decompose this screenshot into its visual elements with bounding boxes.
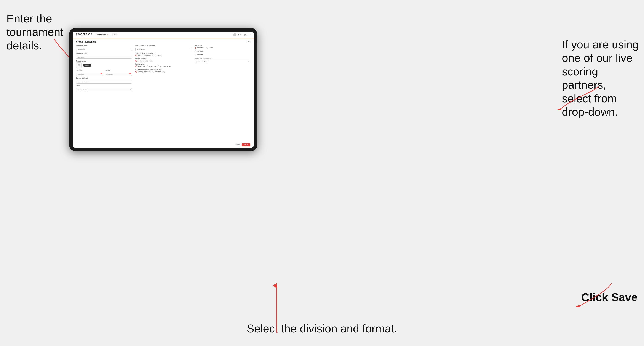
dropdown-arrow: ▾ [248,61,249,63]
tournament-host-row: Tournament Host ▾ [76,45,132,51]
division-input[interactable] [135,48,191,51]
rounds-radio-group: 1 2 3 4 [135,60,191,62]
rounds-2[interactable]: 2 [140,60,144,62]
third-party-tag: Leaderboard King × [196,61,209,63]
image-icon [78,64,80,66]
division-dropdown-icon: ▾ [189,48,190,50]
gender-womens[interactable]: Womens [143,55,151,56]
gender-mens-radio[interactable] [135,55,137,56]
tablet-screen: SCOREBOARD Powered by clippit TOURNAMENT… [73,31,254,148]
back-link[interactable]: Back [246,41,250,42]
scoring-medal-match-radio[interactable] [158,65,159,67]
gender-mens[interactable]: Mens [135,55,141,56]
nav-link-teams[interactable]: TEAMS [112,34,117,36]
scoring-radio-group: Stroke Play Match Play Medal Match Play [135,65,191,67]
start-date-label: Start date [76,69,103,71]
gender-label: Which gender is the event for? [135,52,191,54]
logo-title: SCOREBOARD [76,33,92,35]
calendar-icon: 📅 [100,73,102,75]
start-date-input[interactable] [76,73,103,76]
page-title: Create Tournament [76,41,96,43]
start-date-group: Start date 📅 [76,69,103,76]
tournament-name-row: Tournament name [76,52,132,59]
rounds-2-radio[interactable] [140,60,142,62]
third-party-value: Leaderboard King [197,61,207,62]
annotation-enter-details: Enter the tournament details. [6,12,63,52]
scoring-stroke[interactable]: Stroke Play [135,65,145,67]
format-5count4[interactable]: 5 count 4 [194,47,203,49]
scoring-match-radio[interactable] [146,65,148,67]
nav-links: TOURNAMENTS TEAMS [97,34,117,36]
rounds-1-radio[interactable] [135,60,137,62]
gender-combined-radio[interactable] [152,55,154,56]
gender-combined[interactable]: Combined [152,55,161,56]
form-right-column: Format type 5 count 4 6 count 4 [194,45,250,93]
event-for-row: Is this event for Teams and/or Individua… [135,69,191,73]
end-date-label: End date [105,69,132,71]
nav-bar: SCOREBOARD Powered by clippit TOURNAMENT… [73,31,254,38]
event-individuals[interactable]: Individuals Only [152,71,165,73]
third-party-remove[interactable]: × [207,61,208,63]
format-5count4-radio[interactable] [194,47,196,49]
sponsor-input[interactable] [76,81,132,84]
save-button[interactable]: Save [242,143,250,146]
event-for-radio-group: Teams (+Individuals) Individuals Only [135,71,191,73]
rounds-3[interactable]: 3 [145,60,148,62]
dropdown-icon: ▾ [130,48,131,50]
venue-input[interactable] [76,88,132,91]
format-6count4-radio[interactable] [194,50,196,52]
tournament-host-label: Tournament Host [76,45,132,46]
end-date-input[interactable] [105,73,132,76]
main-content: Create Tournament Back Tournament Host ▾… [73,38,254,142]
event-individuals-radio[interactable] [152,71,154,73]
division-input-wrapper: ▾ [135,47,191,51]
scoring-stroke-radio[interactable] [135,65,137,67]
tablet-device: SCOREBOARD Powered by clippit TOURNAMENT… [69,28,257,151]
end-date-group: End date 📅 [105,69,132,76]
rounds-4-radio[interactable] [150,60,152,62]
logo-upload-area: Upload [76,62,132,68]
format-6count5-radio[interactable] [194,54,196,55]
format-6count4[interactable]: 6 count 4 [194,50,203,52]
scoring-match[interactable]: Match Play [146,65,156,67]
nav-link-tournaments[interactable]: TOURNAMENTS [97,34,108,36]
format-other-radio[interactable] [206,47,208,49]
division-row: Which division is the event for? ▾ [135,45,191,51]
format-other[interactable]: Other [206,47,212,49]
date-row: Start date 📅 End date 📅 [76,69,132,76]
sponsor-label: Sponsor (optional) [76,77,132,79]
gender-row: Which gender is the event for? Mens Wome… [135,52,191,56]
third-party-label: Use third-party live scoring API? [194,58,250,59]
event-teams-radio[interactable] [135,71,137,73]
format-right: Other [206,47,212,49]
sponsor-row: Sponsor (optional) [76,77,132,84]
nav-logo: SCOREBOARD Powered by clippit [76,33,92,36]
tournament-host-input[interactable] [76,48,132,51]
third-party-dropdown[interactable]: Leaderboard King × ▾ [194,60,250,63]
gender-radio-group: Mens Womens Combined [135,55,191,56]
scoring-label: Scoring system [135,63,191,65]
scoring-row: Scoring system Stroke Play Match Play [135,63,191,67]
venue-dropdown-icon: ▾ [130,88,131,90]
tournament-host-input-wrapper: ▾ [76,47,132,51]
format-left: 5 count 4 6 count 4 6 count 5 [194,47,203,56]
start-date-input-wrapper: 📅 [76,72,103,76]
event-teams[interactable]: Teams (+Individuals) [135,71,151,73]
scoring-medal-match[interactable]: Medal Match Play [158,65,171,67]
upload-button[interactable]: Upload [84,64,91,67]
division-label: Which division is the event for? [135,45,191,46]
cancel-button[interactable]: Cancel [235,144,240,146]
gender-womens-radio[interactable] [143,55,144,56]
form-left-column: Tournament Host ▾ Tournament name Tourna… [76,45,132,93]
format-6count5[interactable]: 6 count 5 [194,54,203,55]
rounds-1[interactable]: 1 [135,60,138,62]
format-type-label: Format type [194,45,250,46]
rounds-4[interactable]: 4 [150,60,153,62]
rounds-3-radio[interactable] [145,60,147,62]
tournament-logo-row: Tournament logo Upload [76,60,132,68]
end-date-input-wrapper: 📅 [105,72,132,76]
rounds-row: Number of rounds 1 2 [135,58,191,62]
format-type-row: Format type 5 count 4 6 count 4 [194,45,250,56]
annotation-click-save: Click Save [581,291,638,304]
tournament-name-input[interactable] [76,56,132,59]
